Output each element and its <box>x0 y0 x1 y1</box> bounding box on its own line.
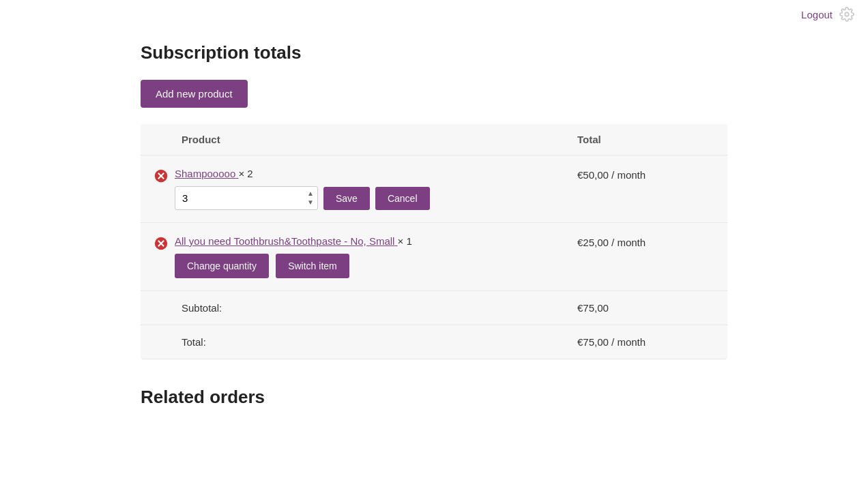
subscription-table: Product Total Shampooooo × 2 <box>141 124 727 359</box>
product-name-link[interactable]: All you need Toothbrush&Toothpaste - No,… <box>175 235 398 247</box>
product-name-text: Shampooooo <box>175 168 235 179</box>
remove-icon[interactable] <box>154 169 168 183</box>
spinner-down[interactable]: ▼ <box>306 198 315 207</box>
remove-icon[interactable] <box>154 237 168 250</box>
spinner-buttons: ▲ ▼ <box>306 190 315 207</box>
row-remove-2 <box>154 235 175 250</box>
product-name-link[interactable]: Shampooooo <box>175 168 238 179</box>
page-title: Subscription totals <box>141 42 727 63</box>
row-product-info-2: All you need Toothbrush&Toothpaste - No,… <box>175 235 577 278</box>
spinner-up[interactable]: ▲ <box>306 190 315 198</box>
row-total-2: €25,00 / month <box>577 235 714 248</box>
table-header: Product Total <box>141 124 727 155</box>
total-value: €75,00 / month <box>577 336 714 348</box>
subtotal-label: Subtotal: <box>154 302 577 314</box>
row-total-1: €50,00 / month <box>577 168 714 181</box>
subtotal-value: €75,00 <box>577 302 714 314</box>
add-product-button[interactable]: Add new product <box>141 80 248 108</box>
quantity-input[interactable] <box>175 186 318 210</box>
quantity-controls-1: ▲ ▼ Save Cancel <box>175 186 577 210</box>
product-qty-2: × 1 <box>398 235 412 247</box>
total-label: Total: <box>154 336 577 348</box>
total-row: Total: €75,00 / month <box>141 325 727 359</box>
row-product-info-1: Shampooooo × 2 ▲ ▼ Save Cancel <box>175 168 577 210</box>
table-row: All you need Toothbrush&Toothpaste - No,… <box>141 223 727 291</box>
row-actions-2: Change quantity Switch item <box>175 247 577 278</box>
quantity-input-wrapper: ▲ ▼ <box>175 186 318 210</box>
change-quantity-button[interactable]: Change quantity <box>175 254 269 278</box>
logout-link[interactable]: Logout <box>801 9 833 20</box>
product-name-text: All you need Toothbrush&Toothpaste - No,… <box>175 235 394 247</box>
save-button[interactable]: Save <box>323 187 370 210</box>
cancel-button[interactable]: Cancel <box>375 187 430 210</box>
row-remove-1 <box>154 168 175 183</box>
col-product-header: Product <box>154 134 577 145</box>
switch-item-button[interactable]: Switch item <box>276 254 349 278</box>
table-row: Shampooooo × 2 ▲ ▼ Save Cancel €50,00 / … <box>141 155 727 223</box>
main-content: Subscription totals Add new product Prod… <box>113 29 755 421</box>
subtotal-row: Subtotal: €75,00 <box>141 291 727 325</box>
top-bar: Logout <box>0 0 868 29</box>
related-orders-title: Related orders <box>141 387 727 408</box>
product-qty-1: × 2 <box>238 168 252 179</box>
col-total-header: Total <box>577 134 714 145</box>
settings-icon[interactable] <box>839 7 854 22</box>
svg-point-0 <box>845 12 849 16</box>
